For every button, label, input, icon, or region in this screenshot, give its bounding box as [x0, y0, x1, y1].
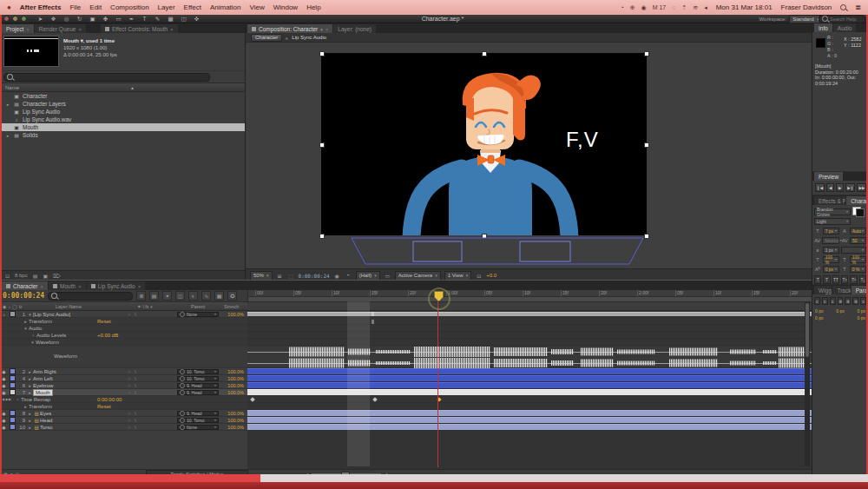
- tray-icon-2[interactable]: ⊕: [630, 4, 635, 11]
- twirl-icon[interactable]: ▾: [30, 340, 36, 345]
- stretch-column-header[interactable]: Stretch: [224, 304, 239, 309]
- camera-dropdown[interactable]: Active Camera: [395, 271, 441, 281]
- close-icon[interactable]: [41, 283, 44, 289]
- interpret-footage-icon[interactable]: ⊡: [5, 273, 10, 279]
- selection-handle[interactable]: [319, 51, 325, 56]
- layer-switches[interactable]: ▫ \: [128, 425, 177, 430]
- menu-animation[interactable]: Animation: [210, 3, 241, 11]
- app-menu[interactable]: After Effects: [20, 3, 62, 11]
- font-family-dropdown[interactable]: Brandon Grotes: [814, 208, 851, 215]
- twirl-icon[interactable]: ▸: [27, 390, 33, 395]
- previous-frame-button[interactable]: ◀: [826, 183, 834, 192]
- timeline-search-box[interactable]: [48, 292, 133, 301]
- viewer-timecode[interactable]: 0:00:00:24: [299, 273, 330, 279]
- parent-dropdown[interactable]: 10. Torso: [177, 418, 219, 423]
- stopwatch-icon[interactable]: ◔: [14, 397, 21, 402]
- list-item[interactable]: ▣Lip Sync Audio: [0, 108, 245, 116]
- camera-tool[interactable]: ▣: [89, 16, 96, 23]
- close-icon[interactable]: [26, 26, 30, 32]
- stretch-value[interactable]: 100.0%: [219, 390, 247, 395]
- timeline-vertical-scrollbar[interactable]: [805, 301, 810, 466]
- layer-bar[interactable]: [247, 410, 812, 417]
- zoom-tool[interactable]: ◎: [62, 16, 70, 23]
- parent-dropdown[interactable]: 10. Torso: [177, 369, 219, 374]
- tray-icon-1[interactable]: ◔: [620, 4, 623, 11]
- parent-dropdown[interactable]: 9. Head: [177, 383, 219, 388]
- space-before-field[interactable]: 0 px: [815, 315, 823, 320]
- font-style-dropdown[interactable]: Light: [814, 218, 851, 225]
- label-chip[interactable]: [10, 424, 16, 430]
- motion-blur-icon[interactable]: ◐: [188, 291, 198, 301]
- hide-shy-layers-icon[interactable]: ✦: [162, 291, 172, 301]
- tab-timeline-character[interactable]: Character: [2, 281, 48, 290]
- layer-name[interactable]: Arm Left: [33, 376, 128, 381]
- property-value[interactable]: Reset: [97, 319, 111, 324]
- menu-layer[interactable]: Layer: [158, 3, 175, 11]
- pan-behind-tool[interactable]: ✤: [102, 16, 109, 23]
- stroke-color-swatch[interactable]: [856, 208, 865, 217]
- time-ruler[interactable]: 00f 05f 10f 15f 20f 1:00f 05f 10f 15f 20…: [247, 290, 812, 301]
- grid-guides-icon[interactable]: ⊞: [276, 273, 284, 279]
- space-after-field[interactable]: 0 px: [858, 315, 865, 320]
- layer-name-column-header[interactable]: Layer Name: [56, 304, 82, 309]
- layer-bar[interactable]: [247, 424, 812, 431]
- close-icon[interactable]: [78, 26, 82, 32]
- tray-icon-3[interactable]: ◉: [641, 4, 647, 11]
- twirl-icon[interactable]: ▸: [27, 383, 33, 388]
- work-area-bar[interactable]: [248, 296, 812, 301]
- align-right-button[interactable]: ≡: [830, 297, 836, 305]
- timeline-search-input[interactable]: [60, 294, 130, 299]
- keyframe-navigator[interactable]: ◀◆▶: [0, 397, 14, 401]
- align-left-button[interactable]: ≡: [814, 297, 820, 305]
- parent-column-header[interactable]: Parent: [191, 304, 205, 309]
- twirl-icon[interactable]: ▸: [27, 411, 33, 416]
- auto-keyframe-icon[interactable]: ▦: [214, 291, 224, 301]
- search-help-input[interactable]: [830, 17, 861, 22]
- new-composition-icon[interactable]: ▣: [43, 273, 48, 279]
- property-label[interactable]: Audio Levels: [36, 333, 66, 338]
- kerning-dropdown[interactable]: Metrics: [822, 237, 839, 244]
- parent-dropdown[interactable]: 10. Torso: [177, 376, 219, 381]
- apple-menu-icon[interactable]: ●: [7, 3, 11, 11]
- layer-switches[interactable]: ▫ \: [128, 390, 177, 395]
- stroke-width-dropdown[interactable]: 1 px: [823, 247, 839, 254]
- first-frame-button[interactable]: ❙◀: [815, 183, 825, 192]
- keyframe-icon[interactable]: [250, 397, 255, 402]
- eraser-tool[interactable]: ◫: [180, 16, 187, 23]
- selection-handle[interactable]: [482, 51, 487, 56]
- subscript-button[interactable]: T₁: [859, 275, 866, 284]
- property-label[interactable]: Time Remap: [21, 397, 50, 402]
- search-help-box[interactable]: [819, 15, 865, 23]
- tab-layer-none[interactable]: Layer: (none): [333, 24, 376, 33]
- zoom-window-button[interactable]: [21, 16, 27, 22]
- tray-icon-5[interactable]: ⇡: [681, 4, 687, 11]
- vertical-scale-dropdown[interactable]: 100 %: [823, 256, 839, 263]
- waveform-display[interactable]: [247, 346, 812, 368]
- baseline-shift-dropdown[interactable]: 0 px: [823, 266, 839, 273]
- puppet-pin-tool[interactable]: ✜: [193, 16, 201, 23]
- close-icon[interactable]: [138, 283, 141, 289]
- project-search-input[interactable]: [16, 75, 207, 80]
- selection-handle[interactable]: [644, 142, 649, 148]
- layer-bar[interactable]: [247, 382, 812, 389]
- small-caps-button[interactable]: Tт: [841, 275, 848, 284]
- layer-switches[interactable]: ▫ \: [128, 376, 177, 381]
- region-of-interest-icon[interactable]: ▭: [384, 273, 391, 279]
- view-layout-dropdown[interactable]: 1 View: [444, 271, 471, 281]
- menu-file[interactable]: File: [69, 3, 81, 11]
- indent-right-field[interactable]: 0 px: [858, 308, 865, 314]
- project-list-header[interactable]: Name ▲: [0, 83, 245, 92]
- menu-window[interactable]: Window: [273, 3, 298, 11]
- selection-handle[interactable]: [319, 142, 325, 148]
- label-chip[interactable]: [10, 382, 16, 388]
- sort-arrow-icon[interactable]: ▲: [130, 85, 135, 90]
- close-icon[interactable]: [78, 283, 82, 289]
- twirl-icon[interactable]: ▸: [27, 418, 33, 423]
- justify-last-left-button[interactable]: ≣: [838, 297, 844, 305]
- tracking-dropdown[interactable]: 50: [850, 237, 866, 244]
- name-column-header[interactable]: Name: [5, 85, 19, 90]
- viewer-stage[interactable]: F,V: [246, 43, 812, 268]
- menu-view[interactable]: View: [249, 3, 264, 11]
- layer-bar[interactable]: [247, 389, 812, 396]
- close-window-button[interactable]: [3, 16, 10, 22]
